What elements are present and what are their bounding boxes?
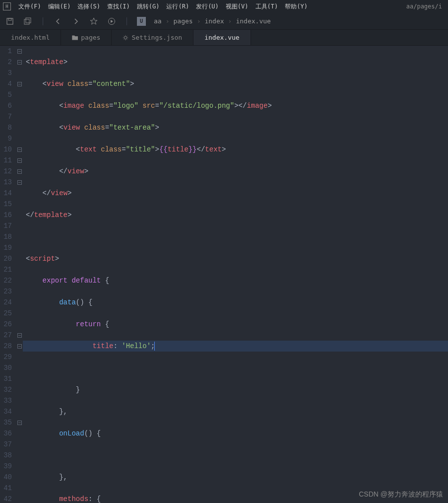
toolbar: U aa › pages › index › index.vue	[0, 13, 448, 30]
chevron-right-icon: ›	[166, 17, 170, 25]
crumb-aa[interactable]: aa	[154, 17, 162, 25]
menu-tools[interactable]: 工具(T)	[252, 1, 282, 12]
menu-edit[interactable]: 编辑(E)	[45, 1, 74, 12]
uni-icon[interactable]: U	[137, 17, 146, 26]
menu-select[interactable]: 选择(S)	[74, 1, 104, 12]
tab-pages[interactable]: pages	[61, 30, 112, 45]
svg-rect-0	[7, 18, 13, 24]
crumb-indexvue[interactable]: index.vue	[236, 17, 270, 25]
menu-find[interactable]: 查找(I)	[104, 1, 133, 12]
line-gutter: 1234567891011121314151617181920212223242…	[0, 46, 16, 503]
gear-icon	[123, 35, 128, 41]
tab-index-vue[interactable]: index.vue	[193, 30, 251, 45]
menu-view[interactable]: 视图(V)	[222, 1, 252, 12]
fold-column[interactable]	[16, 46, 23, 503]
save-icon[interactable]	[5, 16, 15, 26]
save-all-icon[interactable]	[23, 16, 33, 26]
tabs: index.html pages Settings.json index.vue	[0, 30, 448, 46]
star-icon[interactable]	[89, 16, 99, 26]
menu-file[interactable]: 文件(F)	[15, 1, 45, 12]
menu-help[interactable]: 帮助(Y)	[281, 1, 311, 12]
app-logo-icon: H	[3, 2, 11, 10]
file-path: aa/pages/i	[406, 3, 445, 10]
chevron-right-icon: ›	[228, 17, 232, 25]
chevron-right-icon: ›	[197, 17, 201, 25]
tab-settings[interactable]: Settings.json	[112, 30, 193, 45]
svg-point-5	[125, 36, 127, 39]
svg-rect-3	[26, 18, 31, 23]
back-icon[interactable]	[53, 16, 63, 26]
watermark: CSDN @努力奔波的程序猿	[359, 490, 443, 499]
breadcrumb: aa › pages › index › index.vue	[154, 17, 271, 25]
run-icon[interactable]	[107, 16, 117, 26]
editor[interactable]: 1234567891011121314151617181920212223242…	[0, 46, 448, 503]
folder-icon	[72, 35, 78, 40]
menu-publish[interactable]: 发行(U)	[192, 1, 222, 12]
svg-rect-2	[24, 19, 29, 24]
code-area[interactable]: <template> <view class="content"> <image…	[23, 46, 448, 503]
menu-run[interactable]: 运行(R)	[163, 1, 192, 12]
menu-goto[interactable]: 跳转(G)	[133, 1, 163, 12]
menubar: H 文件(F) 编辑(E) 选择(S) 查找(I) 跳转(G) 运行(R) 发行…	[0, 0, 448, 13]
tab-index-html[interactable]: index.html	[0, 30, 61, 45]
crumb-index[interactable]: index	[204, 17, 224, 25]
forward-icon[interactable]	[71, 16, 81, 26]
crumb-pages[interactable]: pages	[173, 17, 192, 25]
